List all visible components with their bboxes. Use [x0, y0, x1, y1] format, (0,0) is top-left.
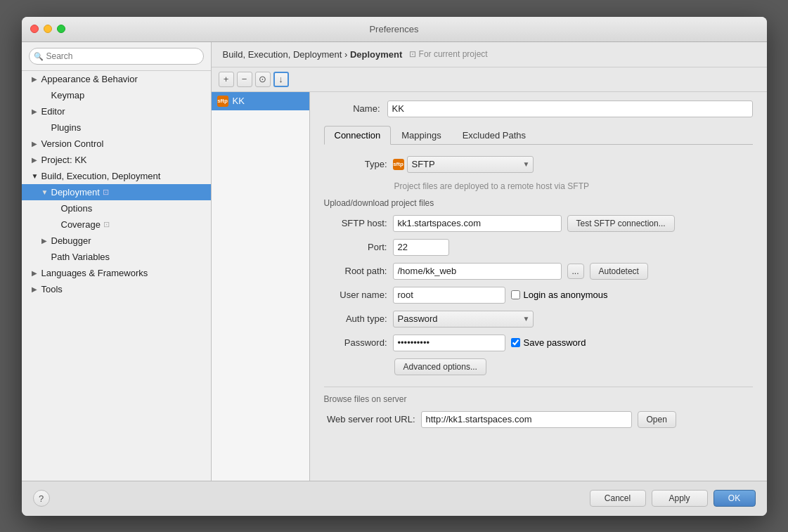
sidebar-item-options[interactable]: Options: [22, 200, 211, 216]
move-server-button[interactable]: ↓: [273, 72, 289, 87]
sidebar-item-label: Plugins: [51, 122, 82, 133]
sidebar-item-tools[interactable]: ▶ Tools: [22, 281, 211, 297]
auth-type-select[interactable]: Password: [393, 311, 534, 327]
sidebar-item-coverage[interactable]: Coverage ⊡: [22, 216, 211, 233]
advanced-btn-row: Advanced options...: [324, 358, 753, 375]
remove-server-button[interactable]: −: [237, 72, 252, 87]
breadcrumb-pre: Build, Execution, Deployment ›: [223, 49, 350, 60]
for-project-label: ⊡ For current project: [409, 49, 487, 59]
root-path-input[interactable]: [393, 263, 562, 280]
sidebar-item-label: Appearance & Behavior: [41, 74, 138, 84]
web-url-input[interactable]: [421, 411, 632, 428]
test-sftp-button[interactable]: Test SFTP connection...: [567, 215, 675, 232]
tab-connection[interactable]: Connection: [324, 126, 392, 145]
sidebar-item-label: Options: [61, 203, 93, 214]
toolbar: + − ⊙ ↓: [212, 67, 767, 92]
tab-mappings[interactable]: Mappings: [391, 126, 451, 145]
type-select[interactable]: SFTP: [407, 156, 534, 173]
login-anonymous-checkbox[interactable]: [511, 290, 520, 299]
form-area: Name: Connection Mappings Excluded Paths…: [310, 92, 767, 481]
auth-type-select-wrap: Password ▼: [393, 311, 534, 327]
sidebar-item-label: Languages & Frameworks: [41, 268, 148, 278]
root-path-row: Root path: ... Autodetect: [324, 263, 753, 280]
sidebar-item-project-kk[interactable]: ▶ Project: KK: [22, 152, 211, 168]
sidebar-item-label: Tools: [41, 284, 63, 294]
autodetect-button[interactable]: Autodetect: [590, 263, 648, 280]
sidebar-item-label: Path Variables: [51, 252, 110, 262]
type-icon: sftp: [393, 159, 404, 170]
title-bar: Preferences: [22, 17, 767, 42]
sidebar-item-keymap[interactable]: Keymap: [22, 87, 211, 103]
type-select-wrap: sftp SFTP ▼: [393, 156, 534, 173]
close-button[interactable]: [30, 25, 39, 33]
footer-buttons: Cancel Apply OK: [590, 490, 756, 507]
browse-path-button[interactable]: ...: [567, 264, 584, 279]
password-row: Password: Save password: [324, 335, 753, 351]
search-bar[interactable]: 🔍: [22, 42, 211, 71]
arrow-icon: ▶: [32, 140, 41, 148]
arrow-icon: ▶: [32, 156, 41, 164]
sidebar-item-editor[interactable]: ▶ Editor: [22, 103, 211, 119]
cancel-button[interactable]: Cancel: [590, 490, 646, 507]
user-name-input[interactable]: [393, 287, 505, 304]
password-label: Password:: [324, 337, 387, 348]
sidebar-item-label: Deployment: [51, 187, 100, 197]
maximize-button[interactable]: [57, 25, 65, 33]
login-anonymous-label: Login as anonymous: [524, 290, 608, 300]
upload-section-title: Upload/download project files: [324, 198, 753, 208]
server-item-kk[interactable]: sftp KK: [212, 92, 309, 110]
ok-button[interactable]: OK: [713, 490, 756, 507]
arrow-icon: ▶: [32, 285, 41, 293]
server-icon: sftp: [217, 96, 228, 107]
deployment-badge: ⊡: [103, 188, 109, 197]
name-row: Name:: [324, 100, 753, 117]
save-password-label: Save password: [524, 337, 586, 348]
arrow-icon: ▶: [32, 269, 41, 277]
advanced-options-button[interactable]: Advanced options...: [394, 358, 486, 375]
sidebar-item-deployment[interactable]: ▼ Deployment ⊡: [22, 184, 211, 200]
coverage-badge: ⊡: [103, 220, 110, 229]
server-list: sftp KK: [212, 92, 310, 481]
sidebar-item-label: Keymap: [51, 90, 85, 100]
sidebar-item-label: Editor: [41, 106, 65, 117]
sidebar-item-debugger[interactable]: ▶ Debugger: [22, 233, 211, 249]
sidebar-item-label: Build, Execution, Deployment: [41, 171, 161, 181]
sidebar-item-label: Debugger: [51, 235, 91, 246]
window-title: Preferences: [369, 24, 418, 34]
web-url-label: Web server root URL:: [324, 414, 415, 424]
copy-server-button[interactable]: ⊙: [255, 72, 271, 87]
help-button[interactable]: ?: [33, 490, 50, 507]
sidebar: 🔍 ▶ Appearance & Behavior Keymap ▶ Edito…: [22, 42, 212, 481]
sidebar-item-build-exec[interactable]: ▼ Build, Execution, Deployment: [22, 168, 211, 184]
sidebar-item-version-control[interactable]: ▶ Version Control: [22, 136, 211, 152]
type-row: Type: sftp SFTP ▼: [324, 156, 753, 173]
sidebar-item-label: Coverage: [61, 219, 101, 230]
root-path-label: Root path:: [324, 266, 387, 276]
name-input[interactable]: [387, 100, 753, 117]
auth-type-row: Auth type: Password ▼: [324, 311, 753, 327]
main-header: Build, Execution, Deployment › Deploymen…: [212, 42, 767, 67]
port-row: Port:: [324, 239, 753, 256]
arrow-icon: ▶: [41, 237, 51, 245]
sidebar-item-appearance[interactable]: ▶ Appearance & Behavior: [22, 71, 211, 87]
sftp-host-row: SFTP host: Test SFTP connection...: [324, 215, 753, 232]
add-server-button[interactable]: +: [219, 72, 234, 87]
sftp-host-input[interactable]: [393, 215, 562, 232]
sidebar-item-path-variables[interactable]: Path Variables: [22, 249, 211, 265]
search-input[interactable]: [29, 48, 204, 65]
type-label: Type:: [324, 159, 387, 169]
sidebar-item-plugins[interactable]: Plugins: [22, 119, 211, 136]
login-anonymous-row: Login as anonymous: [511, 290, 608, 300]
port-input[interactable]: [393, 239, 449, 256]
arrow-icon: ▼: [32, 172, 41, 180]
minimize-button[interactable]: [44, 25, 52, 33]
user-name-label: User name:: [324, 290, 387, 300]
port-label: Port:: [324, 242, 387, 252]
save-password-checkbox[interactable]: [511, 338, 520, 347]
sidebar-item-languages[interactable]: ▶ Languages & Frameworks: [22, 265, 211, 281]
apply-button[interactable]: Apply: [652, 490, 708, 507]
tab-excluded-paths[interactable]: Excluded Paths: [452, 126, 536, 145]
open-url-button[interactable]: Open: [638, 411, 676, 428]
password-input[interactable]: [393, 335, 505, 351]
sftp-host-label: SFTP host:: [324, 218, 387, 228]
